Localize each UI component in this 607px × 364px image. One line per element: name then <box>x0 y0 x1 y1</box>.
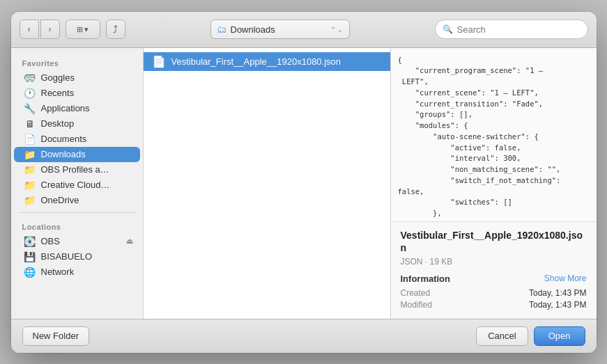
sidebar-item-downloads[interactable]: 📁 Downloads <box>14 147 140 162</box>
sidebar-item-applications[interactable]: 🔧 Applications <box>14 101 140 116</box>
sidebar-item-obs[interactable]: 💽 OBS ⏏ <box>14 234 140 249</box>
footer-buttons: Cancel Open <box>476 326 585 346</box>
preview-content: { "current_program_scene": "1 – LEFT", "… <box>391 48 597 223</box>
main-content: Favorites 🥽 Goggles 🕐 Recents 🔧 Applicat… <box>11 48 597 319</box>
show-more-button[interactable]: Show More <box>544 274 587 283</box>
back-button[interactable]: ‹ <box>20 19 39 39</box>
preview-info: Vestibular_First__Apple_1920x1080.json J… <box>391 222 597 318</box>
sidebar-item-onedrive[interactable]: 📁 OneDrive <box>14 193 140 208</box>
sidebar-item-goggles-label: Goggles <box>41 72 75 83</box>
goggles-icon: 🥽 <box>24 72 36 84</box>
bisabuelo-icon: 💾 <box>24 251 36 262</box>
search-box[interactable]: 🔍 <box>435 19 588 39</box>
documents-icon: 📄 <box>24 134 36 145</box>
location-label: Downloads <box>231 24 326 35</box>
search-icon: 🔍 <box>443 24 453 34</box>
sidebar-item-bisabuelo[interactable]: 💾 BISABUELO <box>14 249 140 264</box>
info-row-created: Created Today, 1:43 PM <box>401 288 587 298</box>
nav-buttons: ‹ › <box>20 19 60 39</box>
folder-icon: 🗂 <box>217 24 226 35</box>
action-button[interactable]: ⤴ <box>106 19 125 39</box>
sidebar-item-network-label: Network <box>41 267 75 277</box>
sidebar-item-documents[interactable]: 📄 Documents <box>14 132 140 147</box>
modified-value: Today, 1:43 PM <box>529 300 587 310</box>
search-input[interactable] <box>457 24 581 35</box>
preview-panel: { "current_program_scene": "1 – LEFT", "… <box>391 48 597 319</box>
modified-label: Modified <box>401 300 432 310</box>
sidebar-separator <box>18 212 136 213</box>
sidebar-item-desktop[interactable]: 🖥 Desktop <box>14 116 140 132</box>
file-name-vestibular: Vestibular_First__Apple__1920x1080.json <box>171 56 341 67</box>
sidebar-item-recents-label: Recents <box>41 88 75 98</box>
onedrive-icon: 📁 <box>24 195 36 206</box>
new-folder-button[interactable]: New Folder <box>22 326 89 346</box>
sidebar: Favorites 🥽 Goggles 🕐 Recents 🔧 Applicat… <box>11 48 144 319</box>
obs-disk-icon: 💽 <box>24 236 36 247</box>
sidebar-item-network[interactable]: 🌐 Network <box>14 264 140 280</box>
dropdown-chevron-icon: ⌃ ⌄ <box>330 26 344 33</box>
sidebar-item-applications-label: Applications <box>41 103 90 113</box>
locations-section-label: Locations <box>11 217 143 234</box>
info-label: Information <box>401 274 451 284</box>
view-chevron-icon: ▾ <box>84 25 89 34</box>
preview-meta: JSON · 19 KB <box>401 257 587 267</box>
toolbar: ‹ › ⊞ ▾ ⤴ 🗂 Downloads ⌃ ⌄ 🔍 <box>11 12 597 48</box>
created-label: Created <box>401 288 431 298</box>
sidebar-item-onedrive-label: OneDrive <box>41 195 79 205</box>
favorites-section-label: Favorites <box>11 54 143 70</box>
open-button[interactable]: Open <box>534 326 585 346</box>
json-preview-text: { "current_program_scene": "1 – LEFT", "… <box>391 48 597 222</box>
info-section-header: Information Show More <box>401 274 587 284</box>
eject-icon[interactable]: ⏏ <box>126 237 133 246</box>
sidebar-item-goggles[interactable]: 🥽 Goggles <box>14 70 140 86</box>
sidebar-item-obs-label: OBS <box>41 236 60 246</box>
created-value: Today, 1:43 PM <box>529 288 587 298</box>
applications-icon: 🔧 <box>24 103 36 114</box>
location-dropdown[interactable]: 🗂 Downloads ⌃ ⌄ <box>210 19 350 39</box>
sidebar-item-obs-profiles[interactable]: 📁 OBS Profiles a… <box>14 162 140 177</box>
sidebar-item-bisabuelo-label: BISABUELO <box>41 251 93 262</box>
view-button[interactable]: ⊞ ▾ <box>66 19 100 39</box>
creative-cloud-icon: 📁 <box>24 180 36 191</box>
sidebar-item-recents[interactable]: 🕐 Recents <box>14 86 140 101</box>
file-list[interactable]: 📄 Vestibular_First__Apple__1920x1080.jso… <box>144 48 391 319</box>
file-dialog: ‹ › ⊞ ▾ ⤴ 🗂 Downloads ⌃ ⌄ 🔍 Favorites 🥽 … <box>11 12 597 353</box>
network-icon: 🌐 <box>24 267 36 278</box>
sidebar-item-obs-profiles-label: OBS Profiles a… <box>41 164 109 175</box>
file-item-vestibular[interactable]: 📄 Vestibular_First__Apple__1920x1080.jso… <box>144 52 390 71</box>
recents-icon: 🕐 <box>24 88 36 99</box>
footer: New Folder Cancel Open <box>11 319 597 353</box>
sidebar-item-creative-cloud-label: Creative Cloud… <box>41 180 110 190</box>
sidebar-item-desktop-label: Desktop <box>41 118 75 129</box>
downloads-folder-icon: 📁 <box>24 149 36 160</box>
obs-profiles-icon: 📁 <box>24 164 36 175</box>
info-row-modified: Modified Today, 1:43 PM <box>401 300 587 310</box>
grid-icon: ⊞ <box>77 25 83 34</box>
forward-button[interactable]: › <box>40 19 60 39</box>
sidebar-item-documents-label: Documents <box>41 134 87 144</box>
preview-filename: Vestibular_First__Apple_1920x1080.json <box>401 229 587 254</box>
cancel-button[interactable]: Cancel <box>476 326 528 346</box>
sidebar-item-downloads-label: Downloads <box>41 149 86 159</box>
sidebar-item-creative-cloud[interactable]: 📁 Creative Cloud… <box>14 177 140 193</box>
json-file-icon: 📄 <box>152 55 166 68</box>
desktop-icon: 🖥 <box>24 118 36 129</box>
